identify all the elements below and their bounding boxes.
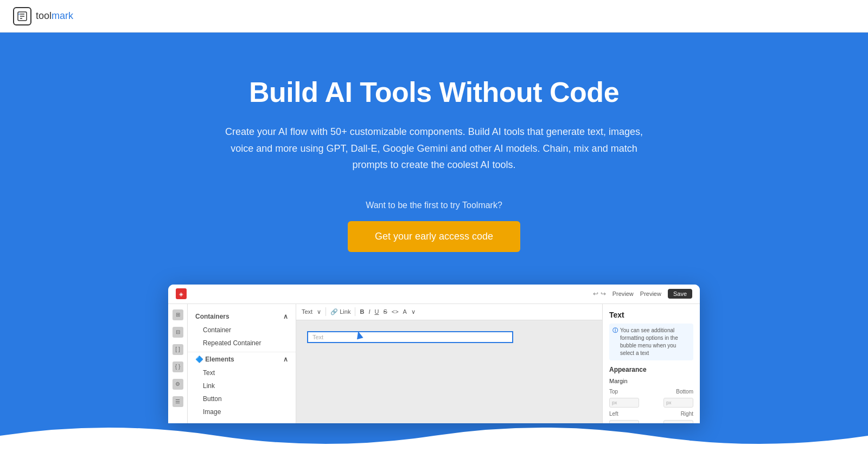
sidebar-section-elements: 🔷 Elements ∧ bbox=[188, 352, 296, 366]
logo-icon bbox=[13, 7, 31, 25]
hero-description: Create your AI flow with 50+ customizabl… bbox=[222, 124, 646, 173]
undo-redo-group: ↩ ↪ bbox=[593, 290, 606, 298]
app-sidebar: Containers ∧ Container Repeated Containe… bbox=[188, 304, 296, 423]
toolbar-bold[interactable]: B bbox=[360, 308, 364, 315]
cta-button[interactable]: Get your early access code bbox=[348, 221, 520, 252]
logo[interactable]: toolmark bbox=[13, 7, 73, 25]
sidebar-section-containers: Containers ∧ bbox=[188, 309, 296, 324]
canvas-edit-area[interactable]: Text bbox=[296, 320, 602, 423]
bottom-label: Bottom bbox=[676, 389, 693, 395]
icon-bar-item-4[interactable]: { } bbox=[173, 361, 183, 372]
margin-label: Margin bbox=[609, 378, 693, 384]
right-label: Right bbox=[681, 411, 693, 417]
icon-bar-item-6[interactable]: ☰ bbox=[173, 396, 183, 407]
sidebar-item-link[interactable]: Link bbox=[188, 379, 296, 392]
preview-label[interactable]: Preview bbox=[640, 290, 661, 297]
toolbar-underline[interactable]: U bbox=[374, 308, 379, 315]
toolbar-sep-2 bbox=[355, 307, 355, 316]
toolbar-sep-1 bbox=[326, 307, 326, 316]
top-input[interactable]: px bbox=[609, 398, 639, 408]
panel-title: Text bbox=[609, 311, 693, 319]
hero-cta-question: Want to be the first to try Toolmark? bbox=[366, 201, 502, 210]
canvas-area[interactable]: Text ∨ 🔗 Link B I U S <> A ∨ bbox=[296, 304, 602, 423]
svg-point-5 bbox=[19, 14, 20, 15]
toolbar-code[interactable]: <> bbox=[392, 308, 399, 315]
bottom-px-label: px bbox=[666, 400, 672, 405]
logo-wordmark: toolmark bbox=[36, 10, 73, 22]
elements-collapse-icon[interactable]: ∧ bbox=[283, 356, 288, 363]
undo-icon[interactable]: ↩ bbox=[593, 290, 598, 298]
app-topbar: ◈ ↩ ↪ Preview Preview Save bbox=[168, 285, 700, 304]
preview-button[interactable]: Preview bbox=[612, 290, 634, 297]
icon-bar-item-5[interactable]: ⚙ bbox=[173, 379, 183, 390]
margin-top-bottom-inputs: px px bbox=[609, 398, 693, 408]
save-button[interactable]: Save bbox=[668, 289, 692, 299]
top-label: Top bbox=[609, 389, 618, 395]
toolbar-strikethrough[interactable]: S bbox=[383, 308, 387, 315]
icon-bar-item-2[interactable]: ⊟ bbox=[173, 327, 183, 338]
left-label: Left bbox=[609, 411, 618, 417]
appearance-label: Appearance bbox=[609, 366, 693, 373]
sidebar-item-image[interactable]: Image bbox=[188, 405, 296, 418]
redo-icon[interactable]: ↪ bbox=[601, 290, 606, 298]
panel-info: ⓘ You can see additional formatting opti… bbox=[609, 324, 693, 360]
toolbar-link[interactable]: 🔗 Link bbox=[330, 308, 350, 315]
text-element[interactable]: Text bbox=[307, 331, 513, 343]
icon-bar-item-3[interactable]: [ ] bbox=[173, 344, 183, 355]
sidebar-item-button[interactable]: Button bbox=[188, 392, 296, 405]
hero-section: Build AI Tools Without Code Create your … bbox=[0, 33, 868, 452]
app-logo-icon: ◈ bbox=[176, 288, 187, 299]
hero-title: Build AI Tools Without Code bbox=[249, 76, 619, 108]
icon-bar: ⊞ ⊟ [ ] { } ⚙ ☰ bbox=[168, 304, 188, 423]
toolbar-align-dropdown[interactable]: ∨ bbox=[411, 308, 416, 315]
icon-bar-item-1[interactable]: ⊞ bbox=[173, 309, 183, 320]
info-icon: ⓘ bbox=[612, 327, 618, 357]
canvas-toolbar: Text ∨ 🔗 Link B I U S <> A ∨ bbox=[296, 304, 602, 320]
elements-icon: 🔷 bbox=[195, 356, 205, 363]
bottom-input[interactable]: px bbox=[663, 398, 693, 408]
app-screenshot: ◈ ↩ ↪ Preview Preview Save ⊞ ⊟ [ ] { } ⚙… bbox=[168, 285, 700, 423]
toolbar-text[interactable]: Text bbox=[302, 308, 312, 315]
header: toolmark bbox=[0, 0, 868, 33]
toolbar-text-dropdown[interactable]: ∨ bbox=[317, 308, 321, 315]
sidebar-item-text[interactable]: Text bbox=[188, 366, 296, 379]
toolbar-align[interactable]: A bbox=[403, 308, 407, 315]
sidebar-item-repeated-container[interactable]: Repeated Container bbox=[188, 337, 296, 350]
top-px-label: px bbox=[612, 400, 617, 405]
hero-wave bbox=[0, 419, 868, 452]
right-panel: Text ⓘ You can see additional formatting… bbox=[602, 304, 700, 423]
margin-left-right: Left Right bbox=[609, 411, 693, 417]
app-body: ⊞ ⊟ [ ] { } ⚙ ☰ Containers ∧ Container R… bbox=[168, 304, 700, 423]
collapse-icon[interactable]: ∧ bbox=[283, 313, 288, 320]
sidebar-item-container[interactable]: Container bbox=[188, 324, 296, 337]
toolbar-italic[interactable]: I bbox=[368, 308, 370, 315]
margin-top-bottom: Top Bottom bbox=[609, 389, 693, 395]
